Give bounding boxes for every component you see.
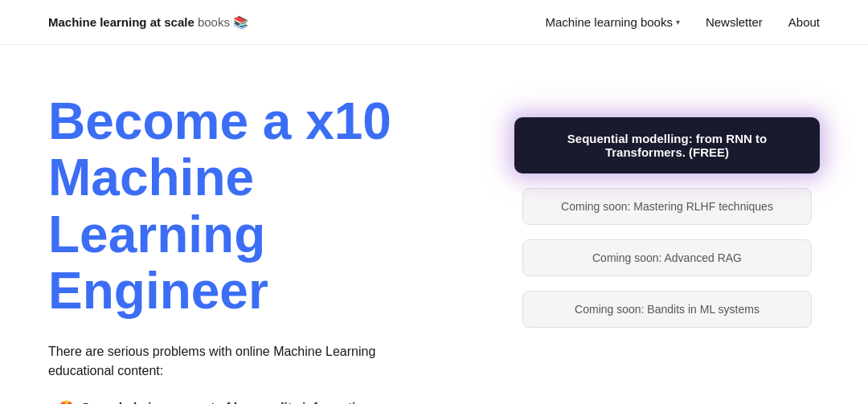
hero-desc-line1: There are serious problems with online M… — [48, 345, 375, 358]
hero-title: Become a x10 Machine Learning Engineer — [48, 93, 450, 320]
coming-soon-button-3[interactable]: Coming soon: Bandits in ML systems — [522, 291, 812, 328]
nav-newsletter[interactable]: Newsletter — [706, 15, 763, 29]
right-column: Sequential modelling: from RNN to Transf… — [514, 93, 820, 328]
brand-name: Machine learning at scale — [48, 15, 194, 29]
navbar: Machine learning at scale books 📚 Machin… — [0, 0, 868, 45]
problem-emoji-1: 🤩 — [59, 397, 74, 404]
nav-about[interactable]: About — [788, 15, 820, 29]
problem-text-1: Overwhelming amount of low-quality infor… — [80, 397, 371, 404]
nav-newsletter-label: Newsletter — [706, 15, 763, 29]
nav-ml-books[interactable]: Machine learning books ▾ — [546, 15, 680, 29]
brand-logo[interactable]: Machine learning at scale books 📚 — [48, 15, 248, 30]
coming-soon-button-1[interactable]: Coming soon: Mastering RLHF techniques — [522, 188, 812, 225]
problems-list: 🤩 Overwhelming amount of low-quality inf… — [48, 397, 450, 404]
nav-about-label: About — [788, 15, 820, 29]
hero-desc-line2: educational content: — [48, 364, 163, 377]
coming-soon-button-2[interactable]: Coming soon: Advanced RAG — [522, 239, 812, 276]
left-column: Become a x10 Machine Learning Engineer T… — [48, 93, 450, 404]
brand-books-label: books 📚 — [198, 15, 248, 29]
list-item: 🤩 Overwhelming amount of low-quality inf… — [48, 397, 450, 404]
hero-description: There are serious problems with online M… — [48, 342, 450, 381]
featured-book-button[interactable]: Sequential modelling: from RNN to Transf… — [514, 117, 820, 173]
nav-ml-books-label: Machine learning books — [546, 15, 673, 29]
nav-links: Machine learning books ▾ Newsletter Abou… — [546, 15, 821, 29]
chevron-down-icon: ▾ — [676, 18, 680, 27]
main-content: Become a x10 Machine Learning Engineer T… — [0, 45, 868, 404]
